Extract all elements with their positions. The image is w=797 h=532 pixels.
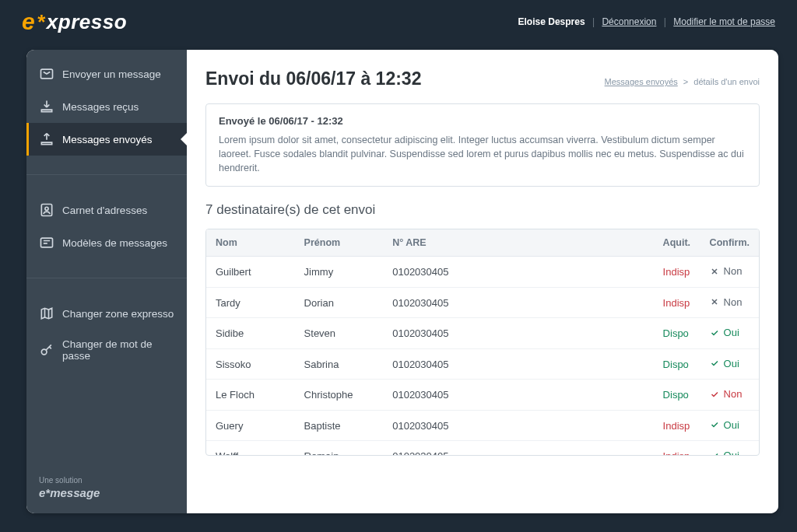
table-row: Le FlochChristophe0102030405DispoNon <box>206 380 759 411</box>
footer-brand: e*message <box>39 486 100 499</box>
cell-are: 0102030405 <box>383 410 653 441</box>
cell-prenom: Romain <box>295 441 384 456</box>
cell-nom: Guery <box>206 410 295 441</box>
recipients-scroll[interactable]: Nom Prénom N° ARE Aquit. Confirm. Guilbe… <box>206 229 759 455</box>
cell-aquit: Indisp <box>654 410 700 441</box>
message-info-box: Envoyé le 06/06/17 - 12:32 Lorem ipsum d… <box>205 103 760 187</box>
cell-confirm: Oui <box>700 318 759 349</box>
cell-confirm: Oui <box>700 348 759 380</box>
nav-divider <box>26 174 187 175</box>
app-card: Envoyer un message Messages reçus Messag… <box>26 50 778 513</box>
cell-confirm: Non <box>700 287 759 318</box>
cell-are: 0102030405 <box>383 441 653 456</box>
cell-aquit: Indisp <box>654 287 700 318</box>
table-row: WolffRomain0102030405IndispOui <box>206 441 759 456</box>
inbox-icon <box>39 99 54 114</box>
breadcrumb-link[interactable]: Messages envoyés <box>605 77 678 86</box>
send-icon <box>39 66 54 82</box>
cell-confirm: Non <box>700 380 759 411</box>
outbox-icon <box>39 131 54 147</box>
breadcrumb: Messages envoyés > détails d'un envoi <box>605 77 760 86</box>
cell-aquit: Dispo <box>654 380 700 411</box>
topbar: e*xpresso Eloise Despres | Déconnexion |… <box>0 0 797 44</box>
th-prenom: Prénom <box>295 229 384 257</box>
templates-icon <box>39 235 54 250</box>
cell-confirm: Oui <box>700 441 759 456</box>
cell-prenom: Steven <box>295 318 384 349</box>
sidebar-item-label: Changer de mot de passe <box>62 338 174 362</box>
sidebar-item-label: Changer zone expresso <box>62 308 174 320</box>
table-row: SidibeSteven0102030405DispoOui <box>206 318 759 349</box>
cross-icon <box>710 297 719 306</box>
table-row: GuilbertJimmy0102030405IndispNon <box>206 257 759 288</box>
cell-prenom: Jimmy <box>295 257 384 288</box>
check-icon <box>710 390 719 399</box>
table-row: SissokoSabrina0102030405DispoOui <box>206 348 759 380</box>
logo-text: xpresso <box>47 10 127 34</box>
cell-prenom: Christophe <box>295 380 384 411</box>
th-are: N° ARE <box>383 229 653 257</box>
sidebar-item-password[interactable]: Changer de mot de passe <box>26 330 187 370</box>
nav-divider <box>26 278 187 278</box>
th-aquit: Aquit. <box>654 229 700 257</box>
cell-are: 0102030405 <box>383 318 653 349</box>
cell-are: 0102030405 <box>383 257 653 288</box>
cell-confirm: Non <box>700 257 759 288</box>
check-icon <box>710 420 719 429</box>
svg-point-2 <box>45 207 48 210</box>
message-body: Lorem ipsum dolor sit amet, consectetur … <box>219 133 746 175</box>
logo-star-icon: * <box>37 10 45 34</box>
cell-prenom: Dorian <box>295 287 384 318</box>
recipients-table-wrap: Nom Prénom N° ARE Aquit. Confirm. Guilbe… <box>205 229 760 456</box>
cell-aquit: Indisp <box>654 441 700 456</box>
table-row: TardyDorian0102030405IndispNon <box>206 287 759 318</box>
sidebar-item-send[interactable]: Envoyer un message <box>26 58 187 90</box>
logo: e*xpresso <box>22 9 127 35</box>
sidebar-item-templates[interactable]: Modèles de messages <box>26 226 187 259</box>
user-info: Eloise Despres | Déconnexion | Modifier … <box>518 16 775 27</box>
sent-timestamp: Envoyé le 06/06/17 - 12:32 <box>219 115 746 127</box>
sidebar-item-label: Carnet d'adresses <box>62 205 147 216</box>
th-confirm: Confirm. <box>700 229 759 257</box>
sidebar-item-received[interactable]: Messages reçus <box>26 90 187 123</box>
footer-tagline: Une solution <box>39 476 174 485</box>
recipients-heading: 7 destinataire(s) de cet envoi <box>205 202 760 218</box>
logout-link[interactable]: Déconnexion <box>602 16 656 27</box>
cross-icon <box>710 267 719 276</box>
breadcrumb-current: détails d'un envoi <box>693 77 760 86</box>
cell-nom: Tardy <box>206 287 295 318</box>
check-icon <box>710 451 719 456</box>
cell-confirm: Oui <box>700 410 759 441</box>
th-nom: Nom <box>206 229 295 257</box>
cell-are: 0102030405 <box>383 380 653 411</box>
cell-nom: Sidibe <box>206 318 295 349</box>
page-title: Envoi du 06/06/17 à 12:32 <box>205 68 421 89</box>
table-row: GueryBaptiste0102030405IndispOui <box>206 410 759 441</box>
sidebar-item-contacts[interactable]: Carnet d'adresses <box>26 194 187 226</box>
sidebar: Envoyer un message Messages reçus Messag… <box>26 50 187 513</box>
user-name: Eloise Despres <box>518 16 585 27</box>
sidebar-item-label: Modèles de messages <box>62 237 167 249</box>
recipients-table: Nom Prénom N° ARE Aquit. Confirm. Guilbe… <box>206 229 759 455</box>
check-icon <box>710 359 719 368</box>
main-content: Envoi du 06/06/17 à 12:32 Messages envoy… <box>187 50 778 513</box>
logo-e: e <box>22 9 35 35</box>
cell-aquit: Dispo <box>654 348 700 380</box>
cell-nom: Le Floch <box>206 380 295 411</box>
check-icon <box>710 328 719 338</box>
sidebar-item-zone[interactable]: Changer zone expresso <box>26 297 187 330</box>
sidebar-item-sent[interactable]: Messages envoyés <box>26 123 187 156</box>
svg-point-4 <box>41 349 47 355</box>
cell-aquit: Dispo <box>654 318 700 349</box>
sidebar-item-label: Messages reçus <box>62 101 139 113</box>
cell-are: 0102030405 <box>383 348 653 380</box>
cell-nom: Sissoko <box>206 348 295 380</box>
map-icon <box>39 306 54 321</box>
sidebar-item-label: Messages envoyés <box>62 134 153 145</box>
cell-aquit: Indisp <box>654 257 700 288</box>
key-icon <box>39 342 54 358</box>
cell-nom: Guilbert <box>206 257 295 288</box>
cell-prenom: Baptiste <box>295 410 384 441</box>
cell-nom: Wolff <box>206 441 295 456</box>
change-password-link[interactable]: Modifier le mot de passe <box>673 16 775 27</box>
